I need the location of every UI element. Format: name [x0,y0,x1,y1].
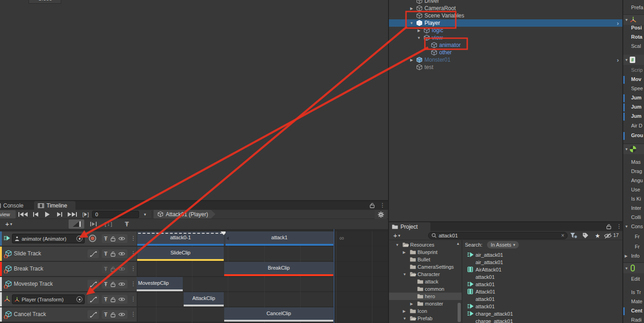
lock-icon[interactable] [110,282,116,287]
inspector-field-cons[interactable]: ▼Cons [623,223,644,231]
inspector-field-jum[interactable]: Jum [623,113,644,120]
track-row-movestep-track[interactable]: {}Movestep TrackŦ⋮ [0,277,137,291]
inspector-field-scrip[interactable]: Scrip [623,67,644,74]
track-row-animator-animator-[interactable]: animator (Animator)Ŧ⋮ [0,231,137,246]
search-result-charge_attack01[interactable]: charge_attack01 [388,310,548,317]
clip-cancelclip[interactable]: CancelClip [224,307,333,322]
tab-console[interactable]: Console [0,201,29,210]
hidden-packages-eye-icon[interactable] [603,232,613,239]
expand-arrow-icon[interactable]: ▶ [409,58,414,62]
inspector-field-info[interactable]: ▶Info [623,253,644,260]
lock-icon[interactable] [606,224,611,230]
inspector-field-angu[interactable]: Angu [623,177,644,185]
inspector-field-edit[interactable]: Edit [623,276,644,283]
expand-arrow-icon[interactable]: ▼ [409,21,414,25]
pin-icon[interactable]: Ŧ [104,236,107,242]
inspector-field-use[interactable]: Use [623,186,644,194]
folder-item-resources[interactable]: ▼Resources [388,241,462,248]
object-picker-icon[interactable] [76,296,82,302]
search-result-attack01[interactable]: attack01 [388,303,548,310]
track-kebab-icon[interactable]: ⋮ [130,280,136,287]
hierarchy-item-monster01[interactable]: ▶Monster01› [389,56,622,63]
inspector-field-grou[interactable]: Grou [623,132,644,139]
search-result-air_attack01[interactable]: air_attack01 [388,259,548,266]
track-row-break-track[interactable]: {}Break TrackŦ⋮ [0,262,137,276]
clip-breakclip[interactable]: BreakClip [224,262,333,276]
goto-start-button[interactable] [17,210,29,219]
inspector-field-inter[interactable]: Inter [623,205,644,212]
track-row-cancel-track[interactable]: {}Cancel TrackŦ⋮ [0,307,137,322]
curves-toggle-button[interactable] [87,295,99,304]
add-track-button[interactable]: + ▾ [2,219,16,229]
lock-icon[interactable] [110,251,116,257]
inspector-field-rota[interactable]: Rota [623,34,644,41]
inspector-field-prefa[interactable]: Prefa [623,4,644,12]
previous-frame-button[interactable] [30,210,41,219]
mix-mode-button[interactable] [69,219,84,229]
lock-icon[interactable] [110,312,116,317]
search-result-attack01[interactable]: attack01 [388,295,548,303]
goto-end-button[interactable] [66,210,78,219]
frame-field-dropdown[interactable]: ▾ [141,210,149,219]
favorites-star-button[interactable]: ★ [592,232,603,239]
play-range-button[interactable]: [] [80,210,91,219]
object-picker-icon[interactable] [76,236,82,242]
pin-icon[interactable]: Ŧ [104,251,107,257]
track-kebab-icon[interactable]: ⋮ [130,250,136,257]
timeline-breadcrumb[interactable]: Attack01 (Player) [154,210,215,219]
expand-arrow-icon[interactable]: ▶ [409,6,414,11]
foldout-arrow-icon[interactable]: ▼ [625,58,628,62]
inspector-field-jum[interactable]: Jum [623,94,644,102]
track-kebab-icon[interactable]: ⋮ [130,265,136,272]
hierarchy-item-driver[interactable]: Driver [389,0,622,5]
search-result-attack01[interactable]: Attack01 [388,288,548,295]
eye-icon[interactable] [118,251,125,256]
tab-project[interactable]: Project [388,222,430,231]
inspector-field-is-ki[interactable]: Is Ki [623,196,644,203]
component-header[interactable]: ▼# [623,55,644,65]
preview-toggle[interactable]: Preview [0,210,16,219]
eye-icon[interactable] [118,266,125,271]
clip-movestepclip[interactable]: MovestepClip [137,277,183,291]
inspector-field-fr[interactable]: Fr [623,233,644,241]
eye-icon[interactable] [118,282,125,287]
eye-icon[interactable] [118,236,125,241]
clip-attack0-1[interactable]: attack0-1 [137,231,224,246]
clip-attackclip[interactable]: AttackClip [184,292,224,306]
inspector-field-cent[interactable]: Cent [623,307,644,315]
inspector-field-is-tr[interactable]: Is Tr [623,289,644,296]
expand-arrow-icon[interactable]: ▼ [395,243,399,247]
eye-icon[interactable] [118,312,125,317]
close-button[interactable]: Close [29,0,61,4]
hierarchy-item-player[interactable]: ▼Player› [389,19,622,27]
foldout-arrow-icon[interactable]: ▼ [625,225,628,229]
pin-icon[interactable]: Ŧ [104,312,107,317]
timeline-clip-area[interactable]: attack0-1attack1SlideClipBreakClipMovest… [137,229,388,323]
expand-arrow-icon[interactable]: ▼ [417,36,421,40]
record-button[interactable] [89,235,96,242]
inspector-field-fr[interactable]: Fr [623,243,644,251]
track-kebab-icon[interactable]: ⋮ [130,235,136,242]
inspector-field-posi[interactable]: Posi [623,24,644,32]
clear-search-icon[interactable]: × [561,232,564,239]
ripple-mode-button[interactable] [87,219,99,229]
clip-slideclip[interactable]: SlideClip [137,247,224,261]
scroll-up-arrow[interactable]: ▲ [456,242,460,246]
timeline-settings-button[interactable] [375,210,387,219]
foldout-arrow-icon[interactable]: ▼ [625,147,628,151]
lock-icon[interactable] [110,297,116,302]
inspector-field-spee[interactable]: Spee [623,85,644,92]
foldout-arrow-icon[interactable]: ▼ [625,266,628,271]
hierarchy-item-view[interactable]: ▼view [389,34,622,41]
prefab-open-chevron[interactable]: › [617,57,619,63]
track-binding-field[interactable]: animator (Animator) [12,234,85,243]
hierarchy-item-other[interactable]: other [389,49,622,56]
pin-icon[interactable]: Ŧ [104,297,107,302]
curves-toggle-button[interactable] [87,249,99,258]
create-asset-button[interactable]: + ▾ [390,231,404,240]
inspector-field-mas[interactable]: Mas [623,159,644,166]
prefab-open-chevron[interactable]: › [617,20,619,27]
pin-icon[interactable]: Ŧ [104,266,107,272]
component-header[interactable]: ▼ [623,144,644,154]
search-by-type-button[interactable] [569,232,579,239]
